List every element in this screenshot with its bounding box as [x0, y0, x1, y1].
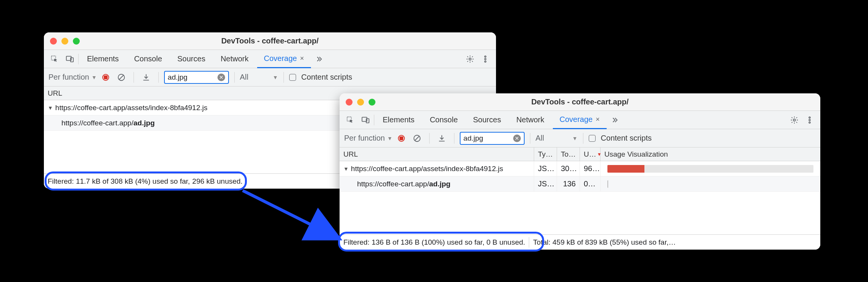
svg-point-12 — [809, 117, 810, 118]
kebab-menu-icon[interactable] — [478, 52, 492, 66]
table-row[interactable]: ▼ https://coffee-cart.app/assets/index-8… — [340, 161, 820, 176]
panel-tabs: Elements Console Sources Network Coverag… — [44, 50, 496, 68]
tab-elements[interactable]: Elements — [376, 111, 421, 129]
column-usage[interactable]: Usage Visualization — [601, 147, 820, 161]
tab-label: Elements — [87, 54, 119, 63]
clear-icon[interactable] — [114, 70, 128, 84]
coverage-toolbar: Per function ▼ ad.jpg ✕ All ▼ Content sc… — [44, 68, 496, 87]
tab-elements[interactable]: Elements — [80, 50, 126, 68]
url-filter-input[interactable]: ad.jpg ✕ — [164, 71, 229, 84]
svg-point-11 — [793, 119, 796, 121]
table-header: URL Ty… To… U…▼ Usage Visualization — [340, 147, 820, 161]
separator — [429, 133, 430, 144]
type-filter-dropdown[interactable]: All ▼ — [240, 73, 278, 82]
settings-icon[interactable] — [787, 113, 801, 127]
device-toggle-icon[interactable] — [359, 113, 372, 127]
traffic-lights — [50, 38, 80, 45]
record-button[interactable] — [102, 74, 109, 81]
row-url: https://coffee-cart.app/assets/index-8bf… — [55, 104, 208, 112]
coverage-toolbar: Per function ▼ ad.jpg ✕ All ▼ Content sc… — [340, 129, 820, 147]
tab-console[interactable]: Console — [423, 111, 464, 129]
tab-label: Coverage — [560, 115, 593, 124]
granularity-label: Per function — [48, 73, 89, 82]
clear-icon[interactable] — [410, 131, 424, 145]
panel-tabs: Elements Console Sources Network Coverag… — [340, 111, 820, 129]
tab-label: Console — [134, 54, 162, 63]
inspect-icon[interactable] — [343, 113, 357, 127]
content-scripts-label: Content scripts — [601, 134, 652, 143]
tab-network[interactable]: Network — [214, 50, 255, 68]
clear-filter-icon[interactable]: ✕ — [513, 135, 521, 142]
column-total[interactable]: To… — [557, 147, 580, 161]
more-tabs-icon[interactable] — [312, 55, 326, 63]
row-url-bold: ad.jpg — [134, 119, 155, 127]
row-unused: 0… — [584, 179, 596, 188]
tab-coverage[interactable]: Coverage × — [553, 111, 607, 129]
separator — [454, 133, 454, 144]
close-tab-icon[interactable]: × — [300, 54, 304, 62]
chevron-down-icon: ▼ — [572, 135, 578, 141]
status-filtered: Filtered: 136 B of 136 B (100%) used so … — [340, 238, 529, 247]
row-type: JS… — [538, 164, 554, 173]
close-tab-icon[interactable]: × — [596, 115, 600, 123]
minimize-icon[interactable] — [357, 99, 364, 106]
tab-network[interactable]: Network — [509, 111, 551, 129]
tab-label: Network — [221, 54, 248, 63]
device-toggle-icon[interactable] — [63, 52, 77, 66]
disclosure-triangle-icon[interactable]: ▼ — [48, 105, 53, 111]
content-scripts-checkbox[interactable] — [289, 74, 296, 81]
usage-used — [607, 165, 644, 173]
minimize-icon[interactable] — [61, 38, 68, 45]
separator — [583, 133, 583, 144]
inspect-icon[interactable] — [48, 52, 61, 66]
granularity-dropdown[interactable]: Per function ▼ — [344, 134, 393, 143]
tab-label: Network — [516, 115, 544, 124]
type-filter-label: All — [240, 73, 248, 82]
tab-label: Coverage — [264, 54, 297, 63]
settings-icon[interactable] — [463, 52, 477, 66]
row-unused: 96… — [584, 164, 600, 173]
column-label: URL — [48, 89, 62, 98]
column-type[interactable]: Ty… — [534, 147, 557, 161]
zoom-icon[interactable] — [369, 99, 375, 106]
status-tail: 296 kB unused. — [188, 177, 246, 186]
export-icon[interactable] — [435, 131, 449, 145]
type-filter-dropdown[interactable]: All ▼ — [536, 134, 578, 143]
granularity-dropdown[interactable]: Per function ▼ — [48, 73, 97, 82]
table-row[interactable]: https://coffee-cart.app/ad.jpg JS… 136 0… — [340, 176, 820, 192]
column-label: U… — [584, 150, 596, 159]
clear-filter-icon[interactable]: ✕ — [217, 74, 225, 81]
svg-point-13 — [809, 119, 810, 121]
content-scripts-checkbox[interactable] — [589, 135, 596, 142]
tab-sources[interactable]: Sources — [171, 50, 212, 68]
titlebar: DevTools - coffee-cart.app/ — [44, 32, 496, 50]
svg-point-6 — [485, 61, 486, 62]
column-url[interactable]: URL — [340, 147, 534, 161]
tab-console[interactable]: Console — [127, 50, 169, 68]
disclosure-triangle-icon[interactable]: ▼ — [343, 166, 349, 172]
svg-point-5 — [485, 58, 486, 60]
column-label: Ty… — [538, 150, 553, 159]
status-bar: Filtered: 136 B of 136 B (100%) used so … — [340, 234, 820, 250]
record-button[interactable] — [398, 135, 405, 142]
filter-value: ad.jpg — [168, 73, 217, 82]
tab-sources[interactable]: Sources — [466, 111, 508, 129]
zoom-icon[interactable] — [73, 38, 80, 45]
url-filter-input[interactable]: ad.jpg ✕ — [460, 132, 525, 145]
more-tabs-icon[interactable] — [608, 116, 622, 124]
kebab-menu-icon[interactable] — [803, 113, 816, 127]
export-icon[interactable] — [139, 70, 153, 84]
row-url-prefix: https://coffee-cart.app/ — [357, 180, 429, 188]
close-icon[interactable] — [346, 99, 353, 106]
window-title: DevTools - coffee-cart.app/ — [44, 37, 496, 45]
row-type: JS… — [538, 179, 554, 188]
tab-coverage[interactable]: Coverage × — [257, 50, 311, 68]
type-filter-label: All — [536, 134, 544, 143]
separator — [78, 54, 79, 64]
close-icon[interactable] — [50, 38, 57, 45]
separator — [374, 115, 374, 125]
column-label: Usage Visualization — [604, 150, 668, 159]
chevron-down-icon: ▼ — [273, 74, 278, 80]
separator — [158, 72, 159, 83]
column-unused[interactable]: U…▼ — [580, 147, 601, 161]
